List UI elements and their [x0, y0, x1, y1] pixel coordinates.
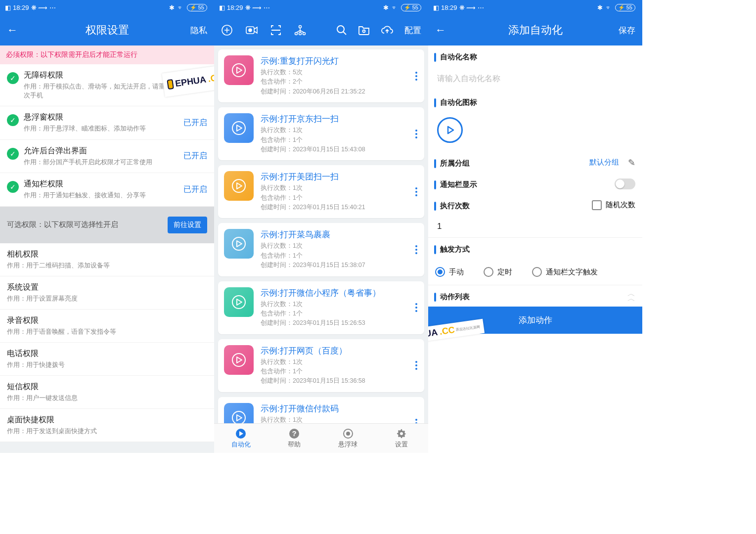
automation-meta: 执行次数：1次包含动作：1个创建时间：2023年01月15日 15:26:53	[261, 300, 414, 328]
folder-icon[interactable]	[358, 25, 370, 35]
automation-list[interactable]: 示例:重复打开闪光灯 执行次数：5次包含动作：2个创建时间：2020年06月26…	[214, 45, 428, 423]
screen-automation-list: ◧18:29 ❋ ⟿ ⋯ ✱ᯤ⚡55 配置 示例:重复打开闪光灯 执行次数：5次…	[214, 0, 428, 453]
group-value[interactable]: 默认分组	[589, 158, 619, 167]
name-input[interactable]: 请输入自动化名称	[428, 67, 642, 91]
search-icon[interactable]	[336, 25, 347, 36]
permission-item[interactable]: ✓ 悬浮窗权限 作用：用于悬浮球、瞄准图标、添加动作等 已开启	[0, 106, 214, 140]
more-icon[interactable]	[414, 303, 418, 312]
permission-item[interactable]: ✓ 允许后台弹出界面 作用：部分国产手机开启此权限才可正常使用 已开启	[0, 140, 214, 174]
permission-item[interactable]: 桌面快捷权限 作用：用于发送到桌面快捷方式	[0, 409, 214, 442]
scan-icon[interactable]	[270, 25, 281, 36]
label-exec: 执行次数	[428, 194, 476, 216]
play-icon	[224, 113, 254, 143]
navbar-add: ← 添加自动化 保存	[428, 15, 642, 45]
tab-bar: 自动化 ? 帮助 悬浮球 设置	[214, 423, 428, 453]
label-icon: 自动化图标	[428, 91, 642, 112]
automation-title: 示例:打开网页（百度）	[261, 345, 414, 356]
more-icon[interactable]	[414, 361, 418, 370]
permission-item[interactable]: 相机权限 作用：用于二维码扫描、添加设备等	[0, 243, 214, 276]
permission-item[interactable]: 录音权限 作用：用于语音唤醒，语音下发指令等	[0, 310, 214, 343]
add-icon[interactable]	[221, 24, 233, 36]
collapse-icon[interactable]: ︿︿	[627, 291, 635, 301]
page-title: 添加自动化	[428, 23, 642, 38]
permission-status: 已开启	[183, 118, 207, 128]
edit-icon[interactable]: ✎	[628, 157, 635, 168]
record-icon[interactable]	[246, 25, 258, 36]
play-icon	[224, 55, 254, 85]
automation-meta: 执行次数：1次包含动作：1个创建时间：2023年01月15日 15:43:08	[261, 126, 414, 154]
svg-point-12	[232, 237, 245, 250]
status-bar: ◧18:29 ❋ ⟿ ⋯ ✱ᯤ⚡55	[428, 0, 642, 15]
permission-title: 系统设置	[7, 282, 207, 293]
exec-count-input[interactable]: 1	[428, 216, 642, 238]
permission-item[interactable]: ✓ 无障碍权限 作用：用于模拟点击、滑动等，如无法开启，请重启一次手机 已开启	[0, 64, 214, 106]
more-icon[interactable]	[414, 245, 418, 254]
privacy-button[interactable]: 隐私	[190, 25, 207, 36]
more-icon[interactable]	[414, 187, 418, 196]
automation-meta: 执行次数：1次包含动作：1个创建时间：2023年01月15日 15:38:07	[261, 241, 414, 270]
automation-card[interactable]: 示例:打开微信付款码 执行次数：1次包含动作：1个创建时间：2023年01月15…	[218, 397, 424, 423]
config-button[interactable]: 配置	[404, 25, 421, 36]
back-icon[interactable]: ←	[7, 24, 18, 37]
automation-title: 示例:打开京东扫一扫	[261, 113, 414, 125]
radio-notify-text[interactable]: 通知栏文字触发	[532, 267, 598, 277]
network-icon[interactable]	[294, 25, 306, 36]
svg-point-2	[249, 29, 252, 32]
permission-title: 桌面快捷权限	[7, 415, 207, 425]
tab-settings[interactable]: 设置	[375, 424, 428, 453]
notify-switch[interactable]	[615, 178, 635, 189]
play-icon	[224, 345, 254, 375]
target-icon	[343, 428, 354, 439]
automation-card[interactable]: 示例:打开京东扫一扫 执行次数：1次包含动作：1个创建时间：2023年01月15…	[218, 107, 424, 160]
add-action-button[interactable]: 添加动作	[428, 307, 642, 334]
permission-title: 悬浮窗权限	[24, 112, 178, 123]
automation-title: 示例:打开美团扫一扫	[261, 171, 414, 182]
tab-float[interactable]: 悬浮球	[321, 424, 375, 453]
permission-title: 通知栏权限	[24, 179, 178, 189]
tab-help[interactable]: ? 帮助	[267, 424, 321, 453]
save-button[interactable]: 保存	[619, 25, 635, 36]
more-icon[interactable]	[414, 419, 418, 423]
permission-item[interactable]: 短信权限 作用：用户一键发送信息	[0, 376, 214, 409]
play-icon	[224, 229, 254, 259]
more-icon[interactable]	[414, 72, 418, 81]
svg-point-5	[299, 33, 302, 35]
svg-point-14	[232, 354, 245, 366]
more-icon[interactable]	[414, 130, 418, 138]
automation-card[interactable]: 示例:打开微信小程序（粤省事） 执行次数：1次包含动作：1个创建时间：2023年…	[218, 281, 424, 334]
gear-icon	[396, 428, 407, 439]
tab-automation[interactable]: 自动化	[214, 424, 267, 453]
automation-card[interactable]: 示例:打开美团扫一扫 执行次数：1次包含动作：1个创建时间：2023年01月15…	[218, 165, 424, 218]
help-icon: ?	[289, 428, 300, 439]
permission-status: 已开启	[183, 80, 207, 90]
svg-point-7	[337, 26, 344, 33]
svg-point-13	[232, 296, 245, 309]
svg-point-3	[299, 26, 302, 28]
radio-manual[interactable]: 手动	[435, 267, 464, 277]
random-checkbox[interactable]	[592, 200, 602, 210]
permission-item[interactable]: 系统设置 作用：用于设置屏幕亮度	[0, 276, 214, 310]
status-bar: ◧18:29 ❋ ⟿ ⋯ ✱ᯤ⚡55	[0, 0, 214, 15]
label-group: 所属分组	[428, 152, 476, 173]
radio-timer[interactable]: 定时	[484, 267, 512, 277]
permission-item[interactable]: ✓ 通知栏权限 作用：用于通知栏触发、接收通知、分享等 已开启	[0, 173, 214, 207]
svg-point-6	[303, 33, 306, 35]
permission-status: 已开启	[183, 184, 207, 195]
goto-settings-button[interactable]: 前往设置	[168, 217, 207, 233]
play-icon	[224, 403, 254, 423]
svg-point-9	[232, 64, 245, 77]
navbar-automation: 配置	[214, 15, 428, 45]
svg-point-8	[363, 30, 365, 33]
automation-meta: 执行次数：1次包含动作：1个创建时间：2023年01月15日 15:25:21	[261, 415, 414, 423]
automation-title: 示例:打开菜鸟裹裹	[261, 229, 414, 240]
cloud-upload-icon[interactable]	[381, 25, 394, 35]
automation-card[interactable]: 示例:打开网页（百度） 执行次数：1次包含动作：1个创建时间：2023年01月1…	[218, 339, 424, 392]
permission-item[interactable]: 电话权限 作用：用于快捷拨号	[0, 343, 214, 376]
status-bar: ◧18:29 ❋ ⟿ ⋯ ✱ᯤ⚡55	[214, 0, 428, 15]
back-icon[interactable]: ←	[435, 24, 446, 37]
automation-meta: 执行次数：1次包含动作：1个创建时间：2023年01月15日 15:40:21	[261, 183, 414, 212]
automation-card[interactable]: 示例:重复打开闪光灯 执行次数：5次包含动作：2个创建时间：2020年06月26…	[218, 49, 424, 102]
automation-card[interactable]: 示例:打开菜鸟裹裹 执行次数：1次包含动作：1个创建时间：2023年01月15日…	[218, 223, 424, 276]
icon-picker[interactable]	[428, 112, 642, 152]
permission-desc: 作用：用于悬浮球、瞄准图标、添加动作等	[24, 125, 178, 134]
